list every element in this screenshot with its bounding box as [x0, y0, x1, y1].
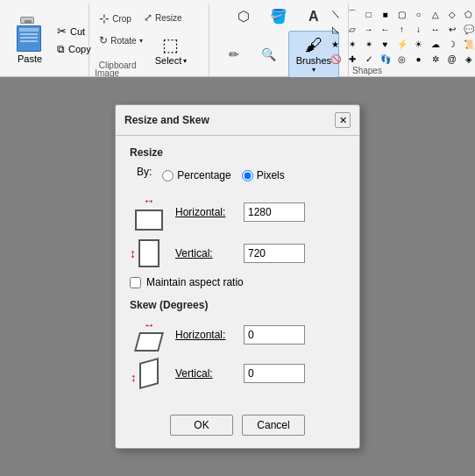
- paste-label: Paste: [18, 53, 42, 64]
- shape-spiral[interactable]: @: [444, 52, 460, 66]
- dialog-close-button[interactable]: ✕: [335, 112, 351, 128]
- shape-filled-circle[interactable]: ●: [411, 52, 427, 66]
- shape-scroll[interactable]: 📜: [461, 37, 476, 51]
- select-label: Select: [155, 55, 182, 66]
- horizontal-resize-row: ↔ Horizontal:: [130, 194, 345, 231]
- shape-arrow-u[interactable]: ↑: [394, 22, 410, 36]
- by-label: By:: [137, 166, 152, 178]
- resize-v-box: ↕: [138, 239, 160, 267]
- shape-right-tri[interactable]: ◺: [328, 22, 344, 36]
- vertical-resize-row: ↕ Vertical:: [130, 239, 345, 267]
- pencil-button[interactable]: ✏: [218, 45, 250, 64]
- shape-extra1[interactable]: ◈: [461, 52, 476, 66]
- cancel-button[interactable]: Cancel: [242, 415, 305, 436]
- shape-check[interactable]: ✓: [361, 52, 377, 66]
- shape-diamond[interactable]: ◇: [444, 7, 460, 21]
- resize-label: Resize: [155, 13, 182, 23]
- shape-curve[interactable]: ⌒: [344, 7, 360, 21]
- dialog-body: Resize By: Percentage Pixels: [116, 136, 359, 406]
- rotate-dropdown-icon: ▾: [139, 37, 143, 45]
- horizontal-field-label: Horizontal:: [175, 206, 237, 218]
- shape-arrow-4[interactable]: ↔: [428, 22, 443, 36]
- resize-section-label: Resize: [130, 146, 345, 159]
- copy-label: Copy: [68, 44, 91, 54]
- pixels-radio-label[interactable]: Pixels: [242, 169, 285, 181]
- resize-h-box: [135, 210, 163, 231]
- maintain-aspect-checkbox[interactable]: [130, 277, 141, 288]
- shape-heart[interactable]: ♥: [378, 37, 393, 51]
- toolbar: Paste ✂ Cut ⧉ Copy Clipboard ⊹ Crop ⤢ Re…: [0, 0, 475, 77]
- dialog-footer: OK Cancel: [116, 406, 359, 448]
- magnify-button[interactable]: 🔍: [253, 45, 285, 64]
- brushes-icon: 🖌: [305, 35, 323, 55]
- resize-button[interactable]: ⤢ Resize: [139, 9, 187, 26]
- maintain-aspect-label: Maintain aspect ratio: [146, 276, 244, 288]
- shape-footprint[interactable]: 👣: [378, 52, 393, 66]
- paste-button[interactable]: Paste: [11, 14, 49, 67]
- skew-h-arrow-icon: ↔: [144, 318, 155, 331]
- skew-section: Skew (Degrees) ↔ Horizontal:: [130, 299, 345, 387]
- shape-star8[interactable]: ✴: [361, 37, 377, 51]
- skew-vertical-input[interactable]: [244, 364, 305, 383]
- pixels-radio[interactable]: [242, 170, 253, 181]
- horizontal-arrow-icon: ↔: [143, 194, 155, 208]
- skew-vertical-row: ↕ Vertical:: [130, 360, 345, 387]
- magnify-icon: 🔍: [261, 47, 276, 61]
- percentage-radio[interactable]: [162, 170, 174, 181]
- shape-arrow-r[interactable]: →: [361, 22, 377, 36]
- horizontal-input[interactable]: [244, 202, 305, 222]
- resize-skew-dialog: Resize and Skew ✕ Resize By: Percentage: [115, 104, 360, 449]
- shape-sun[interactable]: ☀: [411, 37, 427, 51]
- shape-pentagon[interactable]: ⬠: [461, 7, 476, 21]
- shape-round-rect[interactable]: ▢: [394, 7, 410, 21]
- pixels-label: Pixels: [257, 169, 285, 181]
- text-button[interactable]: A: [298, 6, 330, 27]
- shape-star5[interactable]: ★: [328, 37, 344, 51]
- percentage-label: Percentage: [177, 169, 230, 181]
- ok-button[interactable]: OK: [170, 415, 233, 436]
- shapes-grid: ＼ ⌒ □ ■ ▢ ○ △ ◇ ⬠ ⬡ ◺ ▱ → ← ↑ ↓ ↔ ↩ 💬 ✦ …: [328, 5, 476, 66]
- rotate-button[interactable]: ↻ Rotate ▾: [95, 32, 146, 49]
- skew-v-arrow-icon: ↕: [131, 371, 137, 384]
- rotate-label: Rotate: [110, 36, 136, 46]
- vertical-arrow-icon: ↕: [130, 246, 136, 260]
- canvas-area[interactable]: Resize and Skew ✕ Resize By: Percentage: [0, 77, 475, 476]
- skew-horizontal-label: Horizontal:: [175, 329, 237, 341]
- skew-horizontal-input[interactable]: [244, 325, 305, 345]
- shape-cloud[interactable]: ☁: [428, 37, 443, 51]
- shape-lightning[interactable]: ⚡: [394, 37, 410, 51]
- shape-para[interactable]: ▱: [344, 22, 360, 36]
- clipboard-section: Paste ✂ Cut ⧉ Copy Clipboard: [4, 4, 89, 76]
- shapes-label: Shapes: [352, 66, 382, 78]
- cancel-label: Cancel: [257, 419, 289, 431]
- shape-explosion[interactable]: ✲: [428, 52, 443, 66]
- shape-moon[interactable]: ☽: [444, 37, 460, 51]
- eraser-button[interactable]: ⬡: [228, 5, 259, 27]
- crop-button[interactable]: ⊹ Crop: [95, 9, 136, 28]
- shape-rect[interactable]: □: [361, 7, 377, 21]
- vertical-input[interactable]: [244, 244, 305, 263]
- select-button[interactable]: ⬚ Select ▾: [151, 32, 192, 68]
- percentage-radio-label[interactable]: Percentage: [162, 169, 230, 181]
- dialog-titlebar: Resize and Skew ✕: [116, 105, 359, 136]
- shape-arrow-d[interactable]: ↓: [411, 22, 427, 36]
- skew-h-shape: [134, 332, 164, 352]
- skew-horizontal-row: ↔ Horizontal:: [130, 318, 345, 352]
- shape-speech[interactable]: 💬: [461, 22, 476, 36]
- shape-cross[interactable]: ✚: [344, 52, 360, 66]
- brushes-label: Brushes: [296, 55, 331, 66]
- shape-no[interactable]: 🚫: [328, 52, 344, 66]
- shape-triangle[interactable]: △: [428, 7, 443, 21]
- shape-line[interactable]: ＼: [328, 7, 344, 21]
- shape-arrow-l[interactable]: ←: [378, 22, 393, 36]
- cut-label: Cut: [70, 26, 85, 37]
- shape-rect-fill[interactable]: ■: [378, 7, 393, 21]
- shape-curved-arrow[interactable]: ↩: [444, 22, 460, 36]
- shape-star6[interactable]: ✶: [344, 37, 360, 51]
- rotate-icon: ↻: [99, 34, 108, 46]
- copy-icon: ⧉: [57, 43, 65, 55]
- cut-icon: ✂: [57, 25, 67, 38]
- fill-button[interactable]: 🪣: [263, 5, 294, 27]
- shape-ring[interactable]: ◎: [394, 52, 410, 66]
- shape-ellipse[interactable]: ○: [411, 7, 427, 21]
